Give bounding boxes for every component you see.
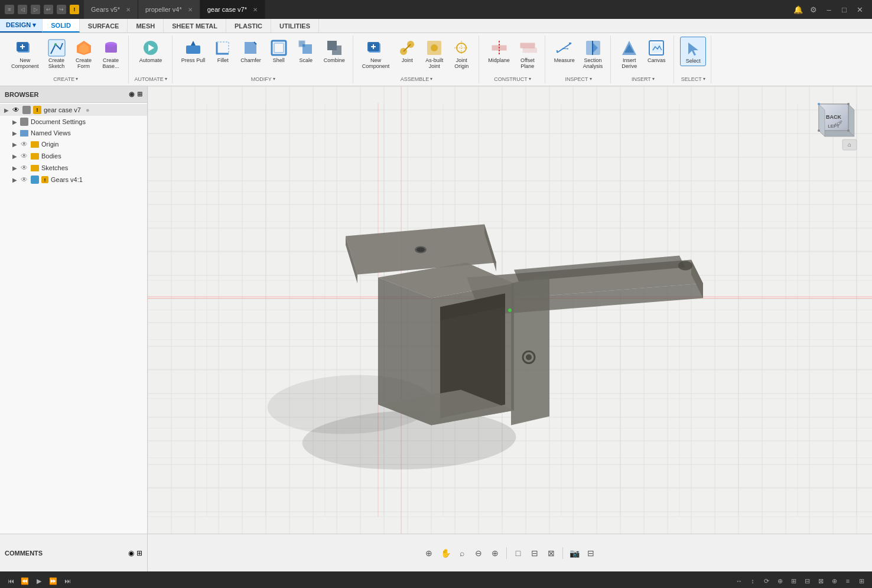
- st-icon-7[interactable]: ⊠: [815, 575, 827, 587]
- shell-button[interactable]: Shell: [266, 37, 291, 65]
- browser-item-named-views[interactable]: ▶ Named Views: [0, 128, 147, 138]
- st-icon-6[interactable]: ⊟: [801, 575, 813, 587]
- scale-button[interactable]: Scale: [294, 37, 318, 65]
- menu-icon[interactable]: ≡: [5, 5, 14, 14]
- insert-group-label[interactable]: INSERT ▾: [632, 75, 655, 82]
- perspective-icon[interactable]: ⊟: [584, 546, 598, 560]
- offset-plane-button[interactable]: OffsetPlane: [515, 37, 540, 71]
- st-icon-1[interactable]: ↔: [733, 575, 745, 587]
- create-base-button[interactable]: CreateBase...: [99, 37, 123, 71]
- create-form-button[interactable]: CreateForm: [71, 37, 96, 71]
- gears-eye-icon[interactable]: 👁: [20, 176, 28, 184]
- create-group-label[interactable]: CREATE ▾: [53, 75, 78, 82]
- press-pull-button[interactable]: Press Pull: [178, 37, 209, 65]
- grid-icon[interactable]: ⊠: [544, 546, 558, 560]
- browser-expand-icon[interactable]: ⊞: [137, 90, 142, 98]
- minimize-icon[interactable]: –: [824, 4, 834, 15]
- tab-mesh[interactable]: MESH: [128, 19, 164, 33]
- zoom-fit-icon[interactable]: ⌕: [455, 546, 469, 560]
- st-icon-5[interactable]: ⊞: [788, 575, 799, 587]
- browser-item-origin[interactable]: ▶ 👁 Origin: [0, 138, 147, 150]
- back-icon[interactable]: ◁: [18, 5, 27, 14]
- browser-item-root[interactable]: ▶ 👁 ! gear case v7 ●: [0, 104, 147, 116]
- design-dropdown[interactable]: DESIGN ▾: [0, 19, 43, 33]
- construct-group-label[interactable]: CONSTRUCT ▾: [494, 75, 531, 82]
- tab-gear-case-v7[interactable]: gear case v7* ✕: [200, 0, 265, 19]
- modify-group-label[interactable]: MODIFY ▾: [251, 75, 275, 82]
- joint-button[interactable]: Joint: [395, 37, 419, 65]
- create-sketch-button[interactable]: CreateSketch: [44, 37, 69, 71]
- tab-propeller-v4[interactable]: propeller v4* ✕: [138, 0, 200, 19]
- zoom-out-icon[interactable]: ⊖: [471, 546, 486, 560]
- forward-icon[interactable]: ▷: [31, 5, 40, 14]
- maximize-icon[interactable]: □: [839, 4, 850, 15]
- status-end-icon[interactable]: ⏭: [61, 575, 73, 587]
- camera-icon[interactable]: 📷: [567, 546, 581, 560]
- st-icon-4[interactable]: ⊕: [774, 575, 786, 587]
- inspect-group-label[interactable]: INSPECT ▾: [565, 75, 592, 82]
- tab-close-propeller[interactable]: ✕: [188, 7, 193, 13]
- select-group-label[interactable]: SELECT ▾: [681, 75, 705, 82]
- tab-utilities[interactable]: UTILITIES: [271, 19, 319, 33]
- viewport[interactable]: BACK LEFT TOP ⌂: [148, 86, 872, 534]
- tab-close-gear-case[interactable]: ✕: [253, 7, 258, 13]
- automate-button[interactable]: Automate: [136, 37, 165, 65]
- browser-item-gears[interactable]: ▶ 👁 ! Gears v4:1: [0, 174, 147, 186]
- browser-item-document-settings[interactable]: ▶ Document Settings: [0, 116, 147, 128]
- pan-icon[interactable]: ✋: [438, 546, 453, 560]
- st-icon-9[interactable]: ≡: [842, 575, 854, 587]
- redo-icon[interactable]: ↪: [57, 5, 66, 14]
- st-icon-2[interactable]: ↕: [747, 575, 759, 587]
- status-rewind-icon[interactable]: ⏮: [5, 575, 17, 587]
- measure-button[interactable]: ⟷ Measure: [551, 37, 578, 65]
- gears-arrow-icon: ▶: [12, 177, 18, 183]
- tab-surface[interactable]: SURFACE: [80, 19, 128, 33]
- status-prev-icon[interactable]: ⏪: [19, 575, 31, 587]
- midplane-button[interactable]: Midplane: [485, 37, 513, 65]
- tab-gears-v5[interactable]: Gears v5* ✕: [84, 0, 138, 19]
- insert-derive-button[interactable]: InsertDerive: [617, 37, 642, 71]
- assemble-new-component-button[interactable]: NewComponent: [359, 37, 393, 71]
- select-button[interactable]: Select: [680, 37, 706, 66]
- undo-icon[interactable]: ↩: [44, 5, 53, 14]
- close-icon[interactable]: ✕: [854, 4, 865, 15]
- tab-plastic[interactable]: PLASTIC: [226, 19, 271, 33]
- tab-sheet-metal[interactable]: SHEET METAL: [164, 19, 226, 33]
- browser-collapse-icon[interactable]: ◉: [129, 90, 135, 98]
- comments-expand-icon[interactable]: ⊞: [136, 549, 142, 557]
- sketches-eye-icon[interactable]: 👁: [20, 164, 28, 172]
- as-built-joint-button[interactable]: As-builtJoint: [422, 37, 447, 71]
- automate-group-label[interactable]: AUTOMATE ▾: [135, 75, 167, 82]
- comments-collapse-icon[interactable]: ◉: [128, 549, 134, 557]
- fillet-button[interactable]: Fillet: [210, 37, 235, 65]
- zoom-in-icon[interactable]: ⊕: [488, 546, 502, 560]
- status-play-icon[interactable]: ▶: [33, 575, 45, 587]
- canvas-button[interactable]: Canvas: [644, 37, 669, 65]
- tab-close-gears[interactable]: ✕: [126, 7, 131, 13]
- create-base-icon: [102, 38, 121, 57]
- browser-item-bodies[interactable]: ▶ 👁 Bodies: [0, 150, 147, 162]
- visual-style-icon[interactable]: ⊟: [528, 546, 542, 560]
- window-controls: 🔔 ⚙ – □ ✕: [786, 4, 872, 15]
- chamfer-button[interactable]: Chamfer: [237, 37, 264, 65]
- warning-icon[interactable]: !: [70, 5, 79, 14]
- origin-eye-icon[interactable]: 👁: [20, 140, 28, 148]
- assemble-group-label[interactable]: ASSEMBLE ▾: [401, 75, 433, 82]
- st-icon-3[interactable]: ⟳: [760, 575, 772, 587]
- browser-item-sketches[interactable]: ▶ 👁 Sketches: [0, 162, 147, 174]
- combine-button[interactable]: Combine: [321, 37, 348, 65]
- display-mode-icon[interactable]: □: [511, 546, 525, 560]
- tab-solid[interactable]: SOLID: [43, 19, 80, 33]
- eye-icon[interactable]: 👁: [12, 106, 20, 114]
- status-next-icon[interactable]: ⏩: [47, 575, 59, 587]
- joint-origin-button[interactable]: JointOrigin: [449, 37, 474, 71]
- settings-icon[interactable]: ⚙: [808, 4, 819, 15]
- section-analysis-button[interactable]: SectionAnalysis: [580, 37, 606, 71]
- st-icon-8[interactable]: ⊕: [828, 575, 840, 587]
- notification-icon[interactable]: 🔔: [793, 4, 803, 15]
- orbit-icon[interactable]: ⊕: [422, 546, 436, 560]
- new-component-button[interactable]: NewComponent: [8, 37, 42, 71]
- st-icon-10[interactable]: ⊞: [855, 575, 867, 587]
- navigation-cube[interactable]: BACK LEFT TOP ⌂: [807, 98, 860, 151]
- bodies-eye-icon[interactable]: 👁: [20, 152, 28, 160]
